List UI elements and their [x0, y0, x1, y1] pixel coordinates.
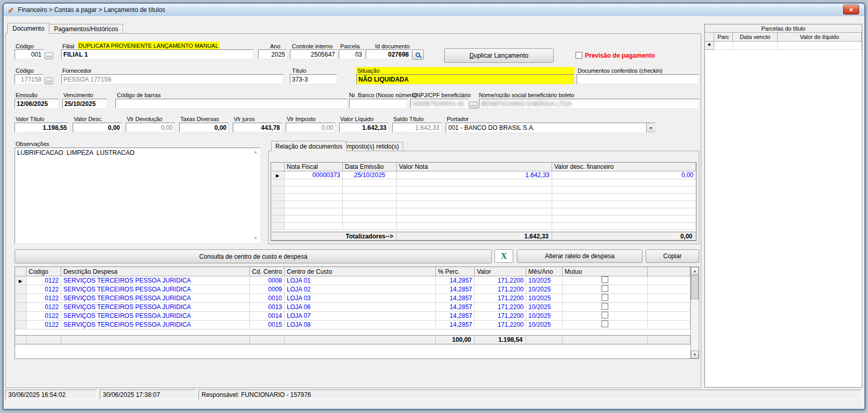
rateio-row[interactable]: 0122 SERVIÇOS TERCEIROS PESSOA JURIDICA … [15, 303, 690, 312]
filial-highlight-note: DUPLICATA PROVENIENTE LANÇAMENTO MANUAL [77, 42, 220, 49]
beneficiario-lookup-button[interactable]: ... [469, 102, 477, 109]
emissao-field[interactable]: 12/06/2025 [15, 99, 59, 109]
cell-valor-nota: 1.642,33 [397, 171, 552, 179]
mutuo-checkbox[interactable] [602, 294, 608, 301]
mutuo-checkbox[interactable] [602, 303, 608, 310]
row-selector-cell: ▶ [271, 171, 285, 179]
total-valor-desc: 0,00 [552, 232, 696, 240]
parcelas-header-row: Parc Data vencto Valor do líquido [705, 33, 862, 42]
cell-mes-ano: 10/2025 [526, 303, 563, 312]
cnpj-beneficiario-field[interactable]: 00006750/0001-91 [410, 99, 468, 109]
tab-impostos-label: Imposto(s) retido(s) [345, 143, 399, 150]
mutuo-checkbox[interactable] [602, 285, 608, 292]
previsao-pagamento-checkbox[interactable] [576, 52, 582, 59]
tab-pagamentos-historicos[interactable]: Pagamentos/Históricos [49, 24, 123, 33]
tab-impostos-retidos[interactable]: Imposto(s) retido(s) [341, 142, 403, 151]
fornecedor-lookup-button[interactable]: ... [45, 77, 53, 84]
app-logo-icon: ✓ [8, 6, 15, 14]
cell-centro-custo: LOJA 02 [285, 285, 436, 294]
col-valor-nota: Valor Nota [397, 163, 552, 171]
vlr-imposto-label: Vlr Imposto [287, 116, 316, 122]
rateio-row[interactable]: ▶ 0122 SERVIÇOS TERCEIROS PESSOA JURIDIC… [15, 276, 690, 285]
mutuo-checkbox[interactable] [602, 312, 608, 318]
rateio-row[interactable]: 0122 SERVIÇOS TERCEIROS PESSOA JURIDICA … [15, 285, 690, 294]
nome-redacted-value: BENEFICIARIO ENERGIA LTDA [481, 100, 571, 108]
valor-titulo-label: Valor Título [16, 116, 44, 122]
parcelas-append-row[interactable]: * [705, 42, 862, 50]
close-button[interactable]: × [843, 5, 859, 15]
taxas-diversas-field[interactable]: 0,00 [179, 123, 229, 132]
portador-combobox[interactable]: 001 - BANCO DO BRASIL S.A. ▼ [446, 123, 656, 133]
titulo-field[interactable]: 373-3 [290, 74, 337, 84]
scroll-up-icon[interactable]: ▲ [253, 150, 258, 154]
status-responsavel: Responsável: FUNCIONARIO - 157976 [198, 390, 861, 399]
copiar-button[interactable]: Copiar [646, 249, 699, 263]
codigo-barras-field[interactable] [115, 99, 348, 109]
cell-data-vencto [733, 42, 778, 50]
rateio-row[interactable]: 0122 SERVIÇOS TERCEIROS PESSOA JURIDICA … [15, 294, 690, 303]
row-selector-cell [15, 312, 26, 321]
chevron-down-icon[interactable]: ▼ [646, 123, 655, 132]
codigo-lookup-button[interactable]: ... [45, 52, 53, 59]
col-data-emissao: Data Emissão [343, 163, 397, 171]
documento-row[interactable]: ▶ 00000373 25/10/2025 1.642,33 0,00 [271, 171, 696, 179]
valor-desc-field[interactable]: 0,00 [73, 123, 122, 132]
cell-codigo: 0122 [26, 312, 61, 321]
cell-centro-custo: LOJA 07 [285, 312, 436, 321]
cell-parc [714, 42, 733, 50]
saldo-titulo-field[interactable]: 1.642,33 [392, 123, 442, 132]
vencimento-field[interactable]: 25/10/2025 [62, 99, 107, 109]
titulo-label: Título [292, 68, 306, 74]
buscar-documento-button[interactable] [412, 49, 424, 60]
parcela-label: Parcela [340, 43, 359, 49]
duplicar-lancamento-button[interactable]: Duplicar Lançamento [444, 48, 554, 63]
observacoes-textarea[interactable]: LUBRIFICACAO LIMPEZA LUSTRACAO [15, 148, 261, 244]
row-selector-cell [15, 294, 26, 303]
tab-documento[interactable]: Documento [7, 23, 49, 34]
filial-field[interactable]: FILIAL 1 [61, 49, 253, 59]
alterar-rateio-button[interactable]: Alterar rateio de despesa [517, 249, 643, 263]
vlr-devolucao-field[interactable]: 0,00 [126, 123, 175, 132]
col-centro-custo: Centro de Custo [285, 267, 436, 276]
situacao-field[interactable]: NÃO LIQUIDADA [356, 74, 575, 85]
scroll-down-icon[interactable]: ▼ [253, 236, 258, 241]
cell-centro-custo: LOJA 01 [285, 276, 436, 285]
fornecedor-codigo-field[interactable]: 177158 [15, 74, 44, 84]
documentos-conferidos-field[interactable] [577, 74, 699, 84]
empty-row [271, 201, 696, 208]
cell-descricao: SERVIÇOS TERCEIROS PESSOA JURIDICA [61, 285, 250, 294]
valor-desc-label: Valor Desc. [74, 116, 103, 122]
id-documento-field[interactable]: 027698 [366, 49, 411, 59]
vlr-devolucao-label: Vlr Devolução [127, 116, 162, 122]
scroll-up-button[interactable]: ▲ [691, 267, 699, 275]
scrollbar-thumb[interactable] [691, 275, 699, 299]
scroll-down-button[interactable]: ▼ [691, 351, 699, 358]
id-documento-label: Id documento [375, 43, 410, 49]
rateio-scrollbar[interactable]: ▲ ▼ [690, 267, 699, 359]
nr-banco-field[interactable] [349, 99, 408, 109]
empty-row [271, 194, 696, 201]
export-excel-button[interactable]: X [495, 249, 513, 263]
titlebar[interactable]: ✓ Financeiro > Contas a pagar > Lançamen… [4, 4, 864, 16]
ano-field[interactable]: 2025 [258, 49, 287, 59]
cell-mes-ano: 10/2025 [526, 312, 563, 321]
parcela-field[interactable]: 03 [339, 49, 364, 59]
fornecedor-field[interactable]: PESSOA 177158 [61, 74, 284, 84]
rateio-row[interactable]: 0122 SERVIÇOS TERCEIROS PESSOA JURIDICA … [15, 321, 690, 329]
consulta-centro-custo-button[interactable]: Consulta de centro de custo e despesa [15, 249, 492, 263]
controle-interno-field[interactable]: 2505647 [290, 49, 337, 59]
nome-beneficiario-field[interactable]: BENEFICIARIO ENERGIA LTDA [479, 99, 699, 109]
codigo-field[interactable]: 001 [15, 49, 44, 59]
fornecedor-label: Fornecedor [62, 68, 91, 74]
cell-perc: 14,2857 [436, 321, 475, 329]
tab-relacao-documentos[interactable]: Relação de documentos [271, 141, 346, 151]
vlr-imposto-field[interactable]: 0,00 [286, 123, 336, 132]
valor-liquido-field[interactable]: 1.642,33 [339, 123, 389, 132]
valor-titulo-field[interactable]: 1.198,55 [15, 123, 69, 132]
vlr-juros-field[interactable]: 443,78 [233, 123, 282, 132]
mutuo-checkbox[interactable] [602, 276, 608, 283]
mutuo-checkbox[interactable] [602, 321, 608, 327]
magnifier-icon [416, 52, 420, 57]
rateio-row[interactable]: 0122 SERVIÇOS TERCEIROS PESSOA JURIDICA … [15, 312, 690, 321]
col-nota-fiscal: Nota Fiscal [285, 163, 343, 171]
